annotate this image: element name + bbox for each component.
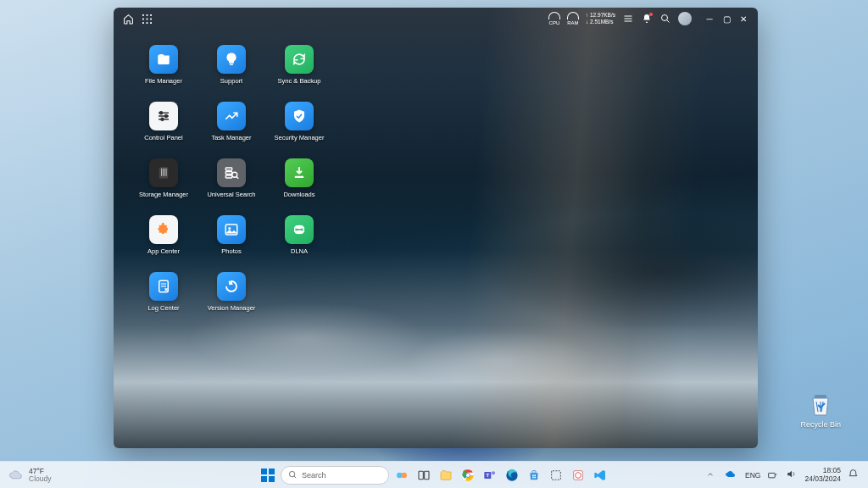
minimize-button[interactable]: ─ — [704, 13, 715, 25]
language-indicator[interactable]: ENG — [745, 471, 760, 480]
svg-rect-40 — [261, 469, 267, 474]
tray-chevron-icon[interactable] — [706, 470, 718, 480]
app-label: Storage Manager — [139, 191, 188, 198]
app-label: Version Manager — [208, 304, 256, 312]
app-task-manager[interactable]: Task Manager — [202, 102, 261, 141]
taskbar-search[interactable]: Search — [281, 466, 389, 485]
app-label: Log Center — [147, 304, 179, 312]
start-button[interactable] — [259, 466, 277, 485]
user-avatar[interactable] — [678, 12, 692, 25]
network-icon[interactable] — [767, 469, 779, 481]
svg-text:T: T — [486, 473, 489, 478]
app-photos[interactable]: Photos — [202, 215, 261, 255]
app-version-manager[interactable]: Version Manager — [202, 272, 261, 312]
recycle-bin[interactable]: Recycle Bin — [800, 390, 841, 429]
edge-icon[interactable] — [503, 466, 521, 485]
app-security-manager[interactable]: Security Manager — [270, 102, 329, 141]
app-universal-search[interactable]: Universal Search — [202, 158, 261, 198]
app-label: App Center — [147, 247, 180, 255]
close-button[interactable]: ✕ — [737, 13, 749, 25]
chrome-icon[interactable] — [459, 466, 477, 485]
net-speed: ↑ 12.97KB/s ↓ 2.51MB/s — [586, 12, 615, 25]
app-sync-backup[interactable]: Sync & Backup — [270, 45, 329, 85]
puzzle-icon — [149, 215, 178, 244]
svg-rect-14 — [230, 64, 234, 65]
ram-gauge[interactable]: RAM — [567, 12, 579, 25]
svg-rect-28 — [225, 175, 232, 178]
svg-rect-23 — [163, 169, 164, 176]
chart-icon — [217, 102, 246, 130]
app-app-center[interactable]: App Center — [134, 215, 193, 255]
svg-line-45 — [294, 476, 296, 478]
svg-rect-25 — [166, 169, 167, 176]
menu-icon[interactable] — [622, 13, 634, 25]
onedrive-icon[interactable] — [725, 469, 738, 482]
svg-rect-49 — [425, 471, 429, 479]
app-label: Universal Search — [207, 191, 255, 198]
svg-rect-59 — [534, 474, 536, 476]
app-control-panel[interactable]: Control Panel — [134, 102, 193, 141]
app-file-manager[interactable]: File Manager — [134, 45, 193, 85]
recycle-bin-label: Recycle Bin — [800, 420, 841, 429]
svg-line-13 — [667, 20, 670, 23]
app-downloads[interactable]: Downloads — [270, 158, 329, 198]
shield-icon — [285, 102, 314, 130]
apps-grid: File ManagerSupportSync & BackupControl … — [114, 30, 758, 327]
svg-rect-42 — [261, 476, 267, 482]
svg-point-20 — [161, 118, 164, 120]
storage-icon — [149, 158, 178, 187]
dbsearch-icon — [217, 158, 246, 187]
app-support[interactable]: Support — [202, 45, 261, 85]
svg-rect-27 — [225, 172, 232, 175]
taskbar: 47°F Cloudy Search T ENG 18:05 24/03/202… — [0, 461, 868, 488]
svg-rect-1 — [146, 14, 147, 16]
vscode-icon[interactable] — [591, 466, 609, 485]
svg-rect-39 — [815, 395, 826, 398]
svg-rect-22 — [161, 169, 162, 176]
svg-rect-4 — [146, 18, 147, 19]
notifications-icon[interactable] — [848, 469, 860, 481]
app-storage-manager[interactable]: Storage Manager — [134, 158, 193, 198]
app-log-center[interactable]: Log Center — [134, 272, 193, 312]
svg-rect-65 — [769, 473, 776, 477]
svg-point-55 — [492, 471, 495, 474]
svg-rect-0 — [142, 14, 144, 16]
teams-icon[interactable]: T — [481, 466, 499, 485]
svg-rect-61 — [534, 476, 536, 478]
app-label: Security Manager — [275, 134, 325, 141]
maximize-button[interactable]: ▢ — [721, 13, 732, 25]
app-label: Support — [220, 77, 242, 85]
svg-rect-2 — [150, 14, 152, 16]
app-label: Sync & Backup — [278, 77, 321, 85]
clock[interactable]: 18:05 24/03/2024 — [804, 467, 841, 483]
search-icon — [288, 470, 298, 480]
home-icon[interactable] — [122, 13, 134, 25]
search-icon[interactable] — [659, 13, 671, 25]
log-icon — [149, 272, 178, 301]
snip-icon[interactable] — [547, 466, 565, 485]
cpu-gauge[interactable]: CPU — [548, 12, 560, 25]
app-label: Control Panel — [144, 134, 182, 141]
weather-widget[interactable]: 47°F Cloudy — [0, 468, 51, 483]
svg-rect-60 — [532, 476, 534, 478]
app-dlna[interactable]: DLNA — [270, 215, 329, 255]
task-view-icon[interactable] — [415, 466, 433, 485]
bell-icon[interactable] — [641, 13, 653, 25]
store-icon[interactable] — [525, 466, 543, 485]
svg-point-44 — [289, 471, 294, 476]
svg-rect-62 — [552, 470, 561, 480]
copilot-icon[interactable] — [392, 466, 411, 485]
svg-point-34 — [295, 225, 304, 230]
svg-rect-8 — [150, 22, 152, 24]
dlna-icon — [285, 215, 314, 244]
svg-point-29 — [232, 172, 237, 177]
restore-icon — [217, 272, 246, 301]
app-label: DLNA — [291, 247, 308, 255]
volume-icon[interactable] — [786, 469, 798, 481]
svg-point-18 — [160, 112, 163, 114]
paint-icon[interactable] — [569, 466, 587, 485]
recycle-bin-icon — [806, 390, 835, 419]
explorer-icon[interactable] — [437, 466, 455, 485]
apps-grid-icon[interactable] — [141, 13, 153, 25]
svg-rect-58 — [532, 474, 534, 476]
